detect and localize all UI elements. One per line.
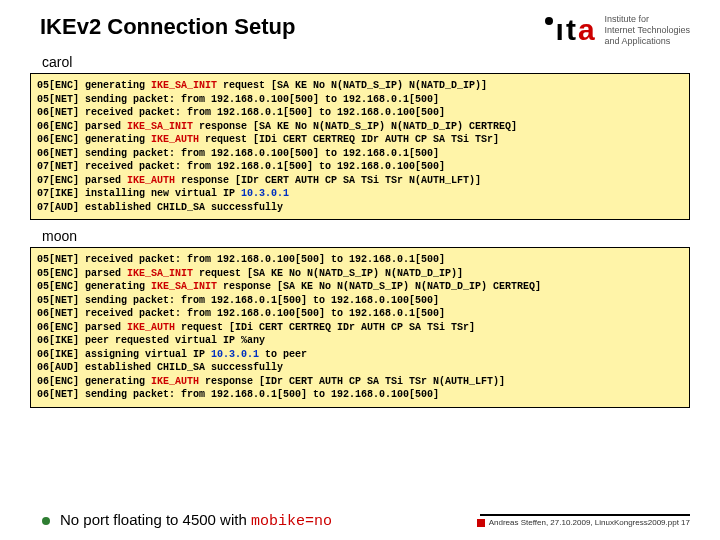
log-line: 05[ENC] parsed IKE_SA_INIT request [SA K…	[37, 267, 683, 281]
citation-block: Andreas Steffen, 27.10.2009, LinuxKongre…	[477, 514, 690, 527]
log-line: 06[NET] sending packet: from 192.168.0.1…	[37, 147, 683, 161]
log-line: 06[IKE] assigning virtual IP 10.3.0.1 to…	[37, 348, 683, 362]
log-line: 05[ENC] generating IKE_SA_INIT request […	[37, 79, 683, 93]
log-line: 07[NET] received packet: from 192.168.0.…	[37, 160, 683, 174]
bullet-text: No port floating to 4500 with mobike=no	[60, 511, 332, 530]
log-line: 06[IKE] peer requested virtual IP %any	[37, 334, 683, 348]
log-line: 05[NET] received packet: from 192.168.0.…	[37, 253, 683, 267]
log-moon: 05[NET] received packet: from 192.168.0.…	[30, 247, 690, 408]
bullet-item: No port floating to 4500 with mobike=no	[42, 511, 332, 530]
log-line: 06[ENC] generating IKE_AUTH response [ID…	[37, 375, 683, 389]
logo: ı t a Institute for Internet Technologie…	[545, 14, 690, 46]
bullet-icon	[42, 517, 50, 525]
citation-text: Andreas Steffen, 27.10.2009, LinuxKongre…	[489, 518, 690, 527]
log-carol: 05[ENC] generating IKE_SA_INIT request […	[30, 73, 690, 220]
log-line: 06[ENC] generating IKE_AUTH request [IDi…	[37, 133, 683, 147]
logo-sub-2: Internet Technologies	[605, 25, 690, 36]
logo-t: t	[566, 15, 576, 45]
log-line: 05[NET] sending packet: from 192.168.0.1…	[37, 294, 683, 308]
logo-i: ı	[556, 15, 564, 45]
logo-sub-3: and Applications	[605, 36, 690, 47]
section-moon: moon	[0, 226, 720, 247]
log-line: 07[ENC] parsed IKE_AUTH response [IDr CE…	[37, 174, 683, 188]
log-line: 06[NET] received packet: from 192.168.0.…	[37, 106, 683, 120]
logo-sub-1: Institute for	[605, 14, 690, 25]
log-line: 05[ENC] generating IKE_SA_INIT response …	[37, 280, 683, 294]
logo-a: a	[578, 15, 595, 45]
log-line: 06[NET] sending packet: from 192.168.0.1…	[37, 388, 683, 402]
log-line: 07[AUD] established CHILD_SA successfull…	[37, 201, 683, 215]
log-line: 07[IKE] installing new virtual IP 10.3.0…	[37, 187, 683, 201]
cite-logo-icon	[477, 519, 485, 527]
log-line: 06[ENC] parsed IKE_SA_INIT response [SA …	[37, 120, 683, 134]
section-carol: carol	[0, 52, 720, 73]
log-line: 06[AUD] established CHILD_SA successfull…	[37, 361, 683, 375]
log-line: 06[ENC] parsed IKE_AUTH request [IDi CER…	[37, 321, 683, 335]
page-title: IKEv2 Connection Setup	[40, 14, 295, 40]
log-line: 06[NET] received packet: from 192.168.0.…	[37, 307, 683, 321]
log-line: 05[NET] sending packet: from 192.168.0.1…	[37, 93, 683, 107]
